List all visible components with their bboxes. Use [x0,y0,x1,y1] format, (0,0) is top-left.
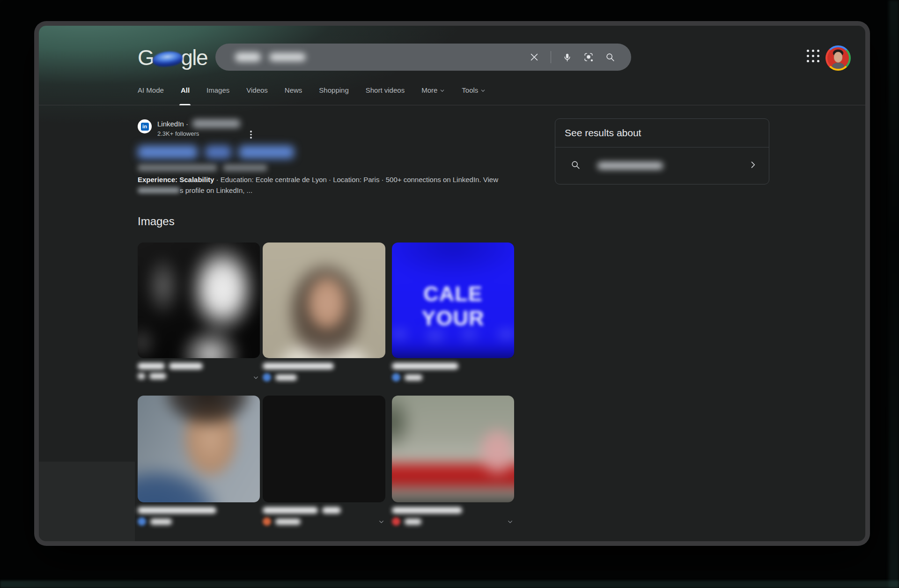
source-favicon-icon [263,373,271,382]
images-section-heading: Images [138,215,175,228]
google-results-page: Ggle [39,26,865,541]
tab-label: All [181,86,190,94]
blurred-image-content [138,396,260,502]
tab-label: Videos [246,86,268,94]
tab-label: More [421,86,437,94]
image-overlay-text: CALE YOUR [392,282,514,331]
result-source-row[interactable]: in LinkedIn · 2.3K+ followers [138,119,240,137]
chevron-down-icon [480,88,486,93]
chevron-down-icon[interactable] [507,518,513,527]
browser-window: Ggle [34,21,870,546]
image-thumbnail-blue-banner[interactable]: CALE YOUR [392,243,514,358]
chevron-down-icon[interactable] [378,518,384,527]
search-tabs: AI ModeAllImagesVideosNewsShoppingShort … [138,85,486,105]
tab-label: AI Mode [138,86,164,94]
see-results-entity-row[interactable] [555,147,769,184]
source-favicon-icon [392,373,400,382]
google-apps-grid-icon[interactable] [806,49,819,62]
image-thumbnail-bw-portrait[interactable] [138,243,260,358]
search-icon[interactable] [605,52,615,62]
tab-videos[interactable]: Videos [246,85,268,105]
search-small-icon [570,160,581,172]
source-favicon-icon [138,517,146,526]
image-caption-redacted [392,363,514,369]
result-subtitle-redacted [138,164,267,171]
clear-icon[interactable] [529,52,539,62]
tab-label: Images [206,86,229,94]
mic-icon[interactable] [562,52,572,62]
tab-short-videos[interactable]: Short videos [366,85,405,105]
image-source-row [138,373,260,379]
curling-stone-doodle-icon [152,50,184,68]
tab-shopping[interactable]: Shopping [319,85,348,105]
image-result-blue-banner[interactable]: CALE YOUR [392,243,514,382]
result-more-vert-icon[interactable] [247,131,255,140]
image-source-row [263,517,385,526]
image-caption-redacted [392,507,514,514]
image-source-row [263,373,385,382]
result-title-link-redacted[interactable] [138,143,294,161]
blurred-image-content [263,396,385,502]
image-source-row [392,517,514,526]
chevron-down-icon[interactable] [253,374,259,382]
image-caption-redacted [138,363,260,369]
chevron-right-icon [748,160,758,171]
tab-tools[interactable]: Tools [462,85,486,105]
image-caption-redacted [263,507,385,514]
tab-label: News [285,86,302,94]
result-source-url-redacted [192,119,240,128]
image-thumbnail-man-portrait[interactable] [138,396,260,502]
source-favicon-icon [392,517,400,526]
image-result-beige-portrait[interactable] [263,243,385,382]
result-source-name: LinkedIn · [157,120,188,128]
logo-letters-gle: gle [181,45,207,70]
avatar-photo [827,47,849,69]
active-tab-underline [179,104,191,105]
logo-letter-g: G [138,45,154,70]
chevron-down-icon [440,88,445,93]
result-description: Experience: Scalability · Education: Eco… [138,174,500,196]
google-doodle-logo[interactable]: Ggle [138,44,207,71]
blurred-image-content [138,243,260,358]
entity-name-redacted [597,162,663,169]
image-result-pale-portrait[interactable] [263,396,385,526]
image-thumbnail-outdoor-scene[interactable] [392,396,514,502]
tab-ai-mode[interactable]: AI Mode [138,85,164,105]
tab-more[interactable]: More [421,85,445,105]
tab-news[interactable]: News [285,85,302,105]
image-result-man-portrait[interactable] [138,396,260,526]
source-favicon-icon [263,517,271,526]
lens-icon[interactable] [583,52,594,62]
search-input[interactable] [215,44,631,71]
image-source-row [138,517,260,526]
wallpaper-edge-right [889,0,899,588]
tab-label: Shopping [319,86,348,94]
image-result-outdoor-scene[interactable] [392,396,514,526]
linkedin-favicon-icon: in [138,119,152,133]
tab-all[interactable]: All [181,85,190,105]
result-followers: 2.3K+ followers [157,130,240,137]
search-query-redacted [235,44,306,71]
profile-avatar[interactable] [825,45,851,71]
image-thumbnail-beige-portrait[interactable] [263,243,385,358]
image-caption-redacted [263,363,385,369]
image-result-bw-portrait[interactable] [138,243,260,379]
blurred-image-content [392,396,514,502]
result-name-redacted [138,187,180,193]
image-source-row [392,373,514,382]
see-results-card: See results about [555,118,769,184]
image-caption-redacted [138,507,260,514]
tab-images[interactable]: Images [206,85,229,105]
wallpaper-edge-bottom [0,581,899,588]
blurred-image-content [263,243,385,358]
tab-label: Short videos [366,86,405,94]
see-results-title: See results about [555,119,769,139]
search-bar-divider [551,51,551,63]
image-thumbnail-pale-portrait[interactable] [263,396,385,502]
tab-label: Tools [462,86,478,94]
